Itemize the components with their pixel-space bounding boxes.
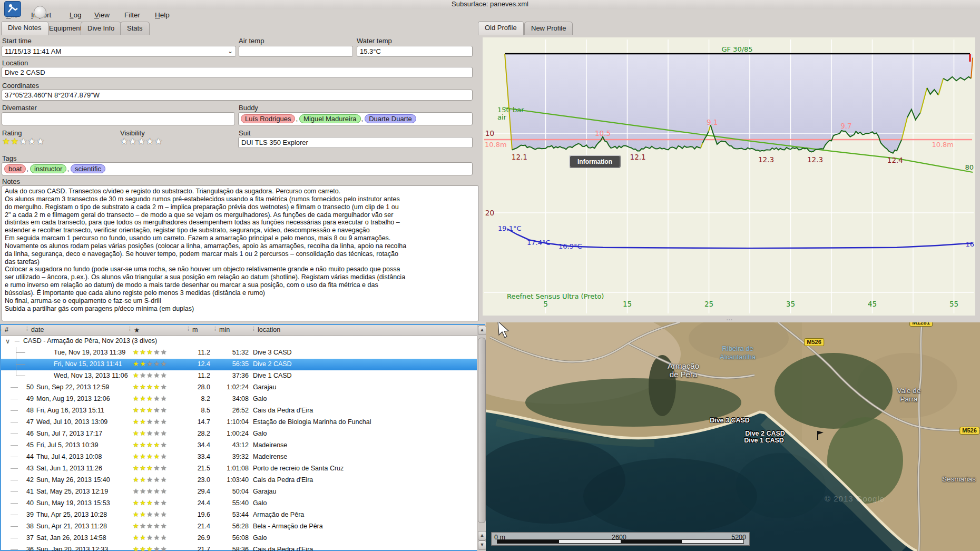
dive-row[interactable]: 38Sun, Apr 21, 2013 11:28★★★★★21.456:28B… <box>1 521 484 533</box>
dive-row[interactable]: 40Sun, May 19, 2013 15:53★★★★★24.455:40G… <box>1 498 484 509</box>
column-header-m[interactable]: m <box>192 326 198 333</box>
dive-row[interactable]: 46Sun, Jul 7, 2013 17:17★★★★★28.21:00:24… <box>1 428 484 440</box>
dive-row[interactable]: 50Sun, Sep 22, 2013 12:59★★★★★28.01:02:2… <box>1 382 484 393</box>
dive-duration: 53:44 <box>209 511 249 518</box>
tag-pill[interactable]: Duarte Duarte <box>365 114 416 123</box>
window-menu-button[interactable] <box>34 6 46 18</box>
tab-dive-notes[interactable]: Dive Notes <box>1 21 48 35</box>
dive-row[interactable]: Tue, Nov 19, 2013 11:39★★★★★11.251:32Div… <box>1 347 484 359</box>
visibility-stars[interactable]: ★★★★★ <box>120 136 163 147</box>
dive-row[interactable]: 45Fri, Jul 5, 2013 10:39★★★★★34.443:12Ma… <box>1 440 484 451</box>
svg-text:5: 5 <box>543 300 548 308</box>
dive-location: Armação de Pêra <box>253 511 304 518</box>
dive-list-scrollbar[interactable]: ▲ ▲ ▼ <box>477 325 486 551</box>
dive-site-map[interactable]: Armação de PêraRibeira de AlcantarilhaVa… <box>486 322 980 551</box>
dive-site-label[interactable]: Dive 2 CASD <box>745 430 785 437</box>
column-header-stars[interactable]: ★ <box>134 326 140 334</box>
start-time-input[interactable] <box>2 46 236 57</box>
tag-pill[interactable]: instructor <box>30 164 66 173</box>
dive-row[interactable]: 42Sun, May 26, 2013 15:40★★★★★23.01:03:4… <box>1 475 484 486</box>
dive-duration: 1:01:08 <box>209 465 249 472</box>
dive-list-table[interactable]: #⁞date⁞★⁞m⁞min⁞location⁞ ∨─CASD - Armaçã… <box>0 324 485 551</box>
scrollbar-thumb[interactable] <box>478 338 486 523</box>
dive-date: Thu, Apr 25, 2013 10:28 <box>36 511 107 518</box>
information-tooltip[interactable]: Information <box>569 155 621 168</box>
row-dash <box>11 445 18 446</box>
dive-location: Madeirense <box>253 441 287 449</box>
rating-stars[interactable]: ★★★★★ <box>2 136 45 147</box>
dive-row[interactable]: 39Thu, Apr 25, 2013 10:28★★★★★19.653:44A… <box>1 509 484 521</box>
column-header-min[interactable]: min <box>219 326 230 333</box>
tree-branch <box>16 364 25 365</box>
dive-date: Sun, Apr 21, 2013 11:28 <box>36 523 107 530</box>
water-temp-input[interactable] <box>357 46 473 57</box>
window-titlebar[interactable]: Subsurface: paneves.xml <box>0 0 980 9</box>
dive-site-label[interactable]: Dive 1 CASD <box>744 437 784 444</box>
location-input[interactable] <box>2 67 473 78</box>
svg-text:GF 30/85: GF 30/85 <box>721 45 752 53</box>
tag-pill[interactable]: boat <box>4 164 26 173</box>
collapse-caret-icon[interactable]: ∨ <box>5 337 10 345</box>
svg-text:10.5: 10.5 <box>595 129 611 137</box>
suit-input[interactable] <box>238 137 473 148</box>
dive-site-label[interactable]: Dive 3 CASD <box>710 417 750 424</box>
dive-location: Dive 1 CASD <box>253 372 292 379</box>
menu-help[interactable]: Help <box>153 11 172 19</box>
road-badge: M526 <box>959 427 979 435</box>
dive-trip-group-row[interactable]: ∨─CASD - Armação de Pêra, Nov 2013 (3 di… <box>1 336 484 347</box>
dive-row[interactable]: 48Fri, Aug 16, 2013 15:11★★★★★8.526:52Ca… <box>1 405 484 417</box>
air-temp-input[interactable] <box>239 46 353 57</box>
dive-row[interactable]: 44Thu, Jul 4, 2013 10:08★★★★★33.439:32Ma… <box>1 451 484 463</box>
menu-view[interactable]: View <box>92 11 112 19</box>
tag-pill[interactable]: scientific <box>71 164 105 173</box>
svg-text:12.1: 12.1 <box>630 153 646 161</box>
dive-location: Estação de Biologia Marinha do Funchal <box>253 418 371 426</box>
tab-dive-info[interactable]: Dive Info <box>81 22 121 35</box>
column-header-location[interactable]: location <box>258 326 280 333</box>
tab-stats[interactable]: Stats <box>120 22 150 35</box>
dive-row-selected[interactable]: Fri, Nov 15, 2013 11:41★★★★★12.456:35Div… <box>1 359 484 370</box>
svg-text:12.1: 12.1 <box>512 153 527 161</box>
buddy-input[interactable]: Luís Rodrigues,Miguel Madureira,Duarte D… <box>238 112 473 125</box>
notes-textarea[interactable]: Aula do curso CASD. Transectos c/video e… <box>2 185 479 321</box>
scroll-up2-icon[interactable]: ▲ <box>478 531 486 540</box>
tab-old-profile[interactable]: Old Profile <box>478 21 524 35</box>
svg-text:9.1: 9.1 <box>707 118 718 126</box>
svg-text:12.4: 12.4 <box>887 156 903 164</box>
column-header-date[interactable]: date <box>31 326 44 333</box>
dive-list-header[interactable]: #⁞date⁞★⁞m⁞min⁞location⁞ <box>1 325 484 336</box>
scroll-down-icon[interactable]: ▼ <box>478 540 486 550</box>
menu-filter[interactable]: Filter <box>122 11 142 19</box>
tags-input[interactable]: boat,instructor,scientific <box>2 162 473 175</box>
dive-number: 50 <box>21 383 34 391</box>
dive-number: 37 <box>21 534 34 542</box>
dive-row[interactable]: 49Mon, Aug 19, 2013 12:06★★★★★8.234:08Ga… <box>1 393 484 405</box>
chevron-down-icon[interactable]: ⌄ <box>228 47 233 55</box>
column-separator: ⁞ <box>188 326 189 332</box>
dive-duration: 39:32 <box>209 453 249 460</box>
dive-depth: 28.0 <box>175 383 210 391</box>
tag-pill[interactable]: Luís Rodrigues <box>241 114 295 123</box>
tab-new-profile[interactable]: New Profile <box>524 22 573 35</box>
menu-log[interactable]: Log <box>67 11 84 19</box>
divemaster-input[interactable] <box>2 112 235 125</box>
dive-row[interactable]: 47Wed, Jul 10, 2013 13:09★★★★★14.71:10:0… <box>1 417 484 428</box>
svg-text:16: 16 <box>965 240 974 248</box>
dive-depth: 8.2 <box>175 395 210 402</box>
dive-profile-chart[interactable]: 10.8m10.8m150 barair8019.1°C17.4°C16.9°C… <box>483 37 975 316</box>
dive-row[interactable]: 43Sat, Jun 1, 2013 11:26★★★★★21.51:01:08… <box>1 463 484 475</box>
row-dash <box>11 549 18 550</box>
tree-branch <box>16 365 16 370</box>
dive-row[interactable]: 41Sat, May 25, 2013 12:19★★★★★29.450:04G… <box>1 486 484 498</box>
dive-row[interactable]: 36Sun, Jan 20, 2013 12:33★★★★★21.758:36C… <box>1 544 484 551</box>
dive-row[interactable]: Wed, Nov 13, 2013 11:06★★★★★11.237:36Div… <box>1 370 484 382</box>
svg-text:16.9°C: 16.9°C <box>558 242 582 250</box>
dive-date: Sat, Jan 26, 2013 14:58 <box>36 534 106 542</box>
tag-pill[interactable]: Miguel Madureira <box>299 114 360 123</box>
column-header-num[interactable]: # <box>5 326 8 333</box>
dive-date: Sun, Jul 7, 2013 17:17 <box>36 430 102 437</box>
scroll-up-icon[interactable]: ▲ <box>478 326 486 335</box>
dive-row[interactable]: 37Sat, Jan 26, 2013 14:58★★★★★26.956:08G… <box>1 533 484 544</box>
dive-duration: 37:36 <box>209 372 249 379</box>
coordinates-input[interactable] <box>2 90 473 101</box>
